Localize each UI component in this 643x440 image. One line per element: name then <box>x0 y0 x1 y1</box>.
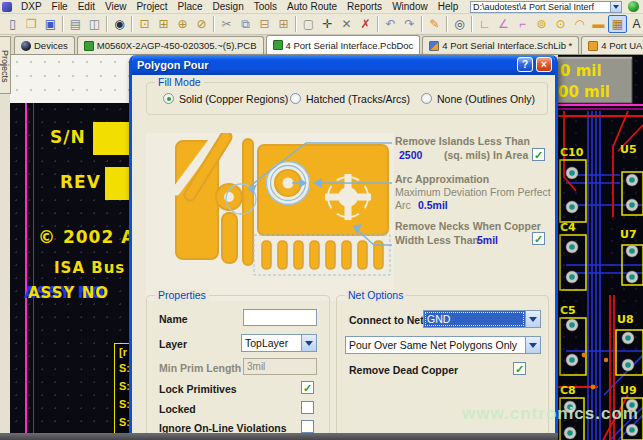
move-icon[interactable]: ✛ <box>318 15 337 33</box>
clear-filter-icon[interactable]: ✗ <box>356 15 375 33</box>
arc-value[interactable]: 0.5mil <box>418 199 448 211</box>
zoom-selection-icon[interactable]: ⊘ <box>192 15 211 33</box>
menu-item-window[interactable]: Window <box>387 1 433 12</box>
menu-item-file[interactable]: File <box>47 1 73 12</box>
chevron-down-icon[interactable] <box>525 337 540 353</box>
lock-primitives-checkbox[interactable]: ✓ <box>301 381 314 394</box>
chevron-down-icon[interactable] <box>301 335 316 351</box>
menu-item-auto-route[interactable]: Auto Route <box>282 1 342 12</box>
tab-label: 4 Port Serial Interface.PcbDoc <box>286 40 414 51</box>
menu-item-edit[interactable]: Edit <box>73 1 100 12</box>
fill-icon[interactable]: ▬ <box>589 15 608 33</box>
coordinate-readout: 0 mil 00 mil <box>558 57 632 103</box>
tab-label: Devices <box>34 40 68 51</box>
route-diff-pair-icon[interactable]: ∠ <box>494 15 513 33</box>
toolbar-separator <box>213 16 215 32</box>
radio-hatched[interactable] <box>290 93 301 104</box>
pcb-document-icon <box>273 40 283 50</box>
projects-panel-tab[interactable]: Projects <box>0 36 11 94</box>
paste-special-icon[interactable]: ⊞ <box>274 15 293 33</box>
toolbar-separator <box>471 16 473 32</box>
radio-none[interactable] <box>421 93 432 104</box>
name-input[interactable] <box>243 309 317 326</box>
bottom-panel-bar[interactable] <box>0 433 558 440</box>
new-document-icon[interactable]: ▯ <box>3 15 22 33</box>
deselect-icon[interactable]: ✕ <box>337 15 356 33</box>
wire-icon[interactable]: ✎ <box>425 15 444 33</box>
menu-bar: DXPFileEditViewProjectPlaceDesignToolsAu… <box>0 0 643 14</box>
locked-label: Locked <box>159 403 196 415</box>
svg-text:U7: U7 <box>620 228 637 241</box>
menu-item-view[interactable]: View <box>100 1 132 12</box>
tab-label: M0560X-2AGP-450-020305.~(5).PCB <box>97 40 257 51</box>
menu-item-dxp[interactable]: DXP <box>16 1 47 12</box>
islands-checkbox[interactable]: ✓ <box>532 148 545 161</box>
cut-icon[interactable]: ✂ <box>217 15 236 33</box>
save-icon[interactable]: ▣ <box>41 15 60 33</box>
net-options-legend: Net Options <box>345 289 406 301</box>
select-area-icon[interactable]: ▢ <box>299 15 318 33</box>
pcb-editor-right[interactable]: C10 U5 C4 U7 C5 U8 C8 U9 0 mil 00 mil <box>558 55 643 440</box>
toolbar-separator <box>295 16 297 32</box>
polygon-pour-icon[interactable]: ▦ <box>608 15 627 33</box>
document-tab-bar: Devices M0560X-2AGP-450-020305.~(5).PCB … <box>11 35 643 55</box>
radio-hatched-label: Hatched (Tracks/Arcs) <box>306 93 410 105</box>
necks-checkbox[interactable]: ✓ <box>532 232 545 245</box>
menu-item-project[interactable]: Project <box>131 1 172 12</box>
document-path-combo[interactable]: D:\audotest\4 Port Serial Interf <box>470 1 622 13</box>
islands-value[interactable]: 2500 <box>399 149 422 161</box>
pad-icon[interactable]: ⊚ <box>532 15 551 33</box>
copy-icon[interactable]: ⧉ <box>236 15 255 33</box>
tab-m0560x-pcb[interactable]: M0560X-2AGP-450-020305.~(5).PCB <box>77 36 264 54</box>
dxp-update-icon[interactable] <box>628 1 639 12</box>
menu-item-reports[interactable]: Reports <box>342 1 387 12</box>
via-icon[interactable]: ⊙ <box>551 15 570 33</box>
help-button[interactable]: ? <box>517 57 533 72</box>
chevron-down-icon[interactable] <box>610 2 621 12</box>
route-track-icon[interactable]: ∟ <box>475 15 494 33</box>
print-preview-icon[interactable]: ◫ <box>85 15 104 33</box>
browse-lens-icon[interactable]: ◉ <box>110 15 129 33</box>
remove-dead-copper-checkbox[interactable]: ✓ <box>513 362 526 375</box>
open-icon[interactable]: ❐ <box>22 15 41 33</box>
menu-item-place[interactable]: Place <box>173 1 208 12</box>
close-button[interactable]: × <box>536 57 552 72</box>
zoom-document-icon[interactable]: ⊡ <box>135 15 154 33</box>
undo-icon[interactable]: ↶ <box>381 15 400 33</box>
redo-icon[interactable]: ↷ <box>400 15 419 33</box>
tab-4-port-uart[interactable]: 4 Port UART and Line Drivers. <box>581 36 643 54</box>
paste-icon[interactable]: ⊟ <box>255 15 274 33</box>
necks-value[interactable]: 5mil <box>477 234 498 246</box>
find-icon[interactable]: ◎ <box>450 15 469 33</box>
necks-title: Remove Necks When Copper <box>395 220 541 232</box>
toolbar-separator <box>131 16 133 32</box>
layer-label: Layer <box>159 338 187 350</box>
menu-item-design[interactable]: Design <box>208 1 249 12</box>
pcb-editor-left[interactable]: S/N REV © 2002 A ISA Bus ASSY NO [r S: S… <box>10 55 135 440</box>
dialog-title-bar[interactable]: Polygon Pour <box>129 55 558 75</box>
tab-4-port-serial-schlib[interactable]: 4 Port Serial Interface.SchLib * <box>422 36 579 54</box>
tab-devices[interactable]: Devices <box>14 36 75 54</box>
locked-checkbox[interactable] <box>301 401 314 414</box>
connect-to-net-select[interactable]: GND <box>423 310 541 328</box>
menu-item-tools[interactable]: Tools <box>249 1 282 12</box>
ignore-violations-checkbox[interactable] <box>301 420 314 433</box>
svg-text:U9: U9 <box>620 384 637 397</box>
properties-group: Properties Name Layer TopLayer Min Prim … <box>146 295 330 440</box>
menu-item-help[interactable]: Help <box>433 1 464 12</box>
radio-solid[interactable] <box>163 93 174 104</box>
arc-label: Arc <box>395 199 411 211</box>
chevron-down-icon[interactable] <box>525 311 540 327</box>
arc-icon[interactable]: ◠ <box>570 15 589 33</box>
print-icon[interactable]: ▤ <box>66 15 85 33</box>
lock-primitives-label: Lock Primitives <box>159 383 237 395</box>
connect-to-net-label: Connect to Net <box>349 314 424 326</box>
layer-select[interactable]: TopLayer <box>241 334 317 352</box>
zoom-area-icon[interactable]: ⊞ <box>154 15 173 33</box>
remove-dead-copper-label: Remove Dead Copper <box>349 364 458 376</box>
string-icon[interactable]: A <box>627 15 643 33</box>
tab-4-port-serial-pcbdoc[interactable]: 4 Port Serial Interface.PcbDoc <box>266 35 421 54</box>
route-multi-icon[interactable]: ⌐ <box>513 15 532 33</box>
zoom-in-icon[interactable]: ⊕ <box>173 15 192 33</box>
pour-over-select[interactable]: Pour Over Same Net Polygons Only <box>345 336 541 354</box>
